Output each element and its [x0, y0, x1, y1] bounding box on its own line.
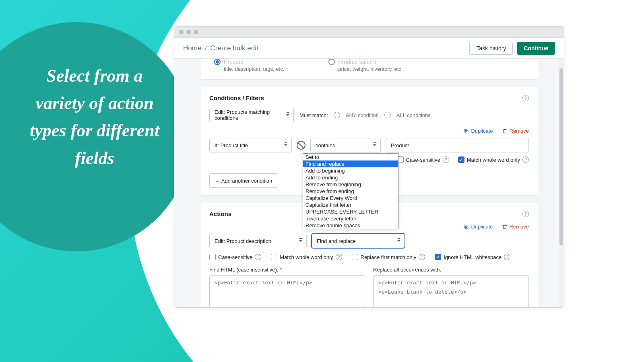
remove-condition-link[interactable]: Remove [502, 128, 529, 134]
help-icon[interactable]: ? [443, 156, 449, 163]
help-icon[interactable]: ? [419, 254, 425, 260]
page-header: Home / Create bulk edit Task history Con… [174, 38, 564, 59]
ignore-whitespace-checkbox[interactable] [435, 254, 441, 260]
action-field-value: Edit: Product description [215, 238, 271, 244]
scope-card: Product title, description, tags, etc. P… [200, 59, 538, 80]
radio-all[interactable] [384, 112, 391, 118]
action-type-option[interactable]: Remove from ending [303, 188, 398, 195]
duplicate-label: Duplicate [471, 224, 493, 230]
radio-variant-sub: price, weight, inventory, etc. [328, 66, 402, 72]
actions-card: Actions ? Duplicate Remove [200, 203, 538, 307]
action-case-sensitive-label: Case-sensitive [218, 254, 252, 260]
action-type-value: Find and replace [317, 238, 356, 244]
breadcrumb-separator: / [205, 44, 207, 52]
action-case-sensitive-checkbox[interactable] [209, 254, 216, 260]
duplicate-icon [463, 224, 469, 230]
action-type-option[interactable]: Capitalize Every Word [303, 195, 398, 202]
replace-first-checkbox[interactable] [352, 254, 358, 260]
remove-label: Remove [510, 224, 529, 230]
action-type-listbox[interactable]: Set toFind and replaceAdd to beginningAd… [303, 153, 398, 229]
duplicate-label: Duplicate [471, 128, 493, 134]
trash-icon [502, 128, 508, 134]
help-icon[interactable]: ? [336, 254, 342, 260]
scrollbar-track[interactable] [559, 59, 564, 307]
radio-product-sub: title, description, tags, etc. [214, 66, 284, 72]
breadcrumb-home[interactable]: Home [183, 44, 201, 52]
edit-scope-value: Edit: Products matching conditions [215, 109, 281, 121]
add-condition-button[interactable]: + Add another condition [209, 173, 278, 188]
conditions-title: Conditions / Filters [209, 95, 264, 101]
breadcrumb-current: Create bulk edit [211, 44, 258, 52]
window-titlebar [174, 27, 564, 38]
actions-title: Actions [209, 210, 231, 217]
remove-label: Remove [510, 128, 529, 134]
help-icon[interactable]: ? [522, 211, 529, 217]
window-dot [186, 30, 191, 34]
trash-icon [502, 224, 508, 230]
header-actions: Task history Continue [469, 42, 555, 55]
help-icon[interactable]: ? [504, 254, 510, 260]
help-icon[interactable]: ? [522, 95, 529, 101]
match-whole-checkbox[interactable] [458, 156, 464, 163]
radio-product-label: Product [224, 59, 243, 65]
continue-button[interactable]: Continue [517, 42, 555, 55]
not-icon[interactable] [297, 141, 305, 150]
match-whole-label: Match whole word only [467, 157, 520, 163]
duplicate-action-link[interactable]: Duplicate [463, 224, 493, 230]
radio-any[interactable] [334, 112, 340, 118]
scrollbar-thumb[interactable] [559, 68, 563, 245]
breadcrumb: Home / Create bulk edit [183, 44, 258, 52]
replace-first-label: Replace first match only [361, 254, 417, 260]
add-condition-label: Add another condition [221, 178, 272, 184]
action-type-option[interactable]: Capitalize first letter [303, 202, 398, 208]
help-icon[interactable]: ? [255, 254, 261, 260]
radio-product[interactable] [214, 59, 221, 65]
action-type-option[interactable]: Set to [303, 154, 398, 160]
app-window: Home / Create bulk edit Task history Con… [174, 26, 564, 308]
window-dot [194, 30, 198, 34]
action-type-option[interactable]: Find and replace [303, 160, 398, 167]
radio-variant[interactable] [328, 59, 335, 65]
must-match-label: Must match: [299, 112, 328, 118]
condition-field-select[interactable]: If: Product title [209, 138, 292, 152]
action-type-option[interactable]: Add to ending [303, 174, 398, 181]
duplicate-condition-link[interactable]: Duplicate [463, 128, 493, 134]
action-type-option[interactable]: Remove from beginning [303, 181, 398, 188]
radio-all-label: ALL conditions [396, 112, 431, 118]
content-area: Product title, description, tags, etc. P… [174, 59, 564, 307]
action-type-option[interactable]: Add to beginning [303, 167, 398, 174]
condition-value-input[interactable] [386, 138, 529, 152]
task-history-button[interactable]: Task history [469, 42, 513, 55]
condition-operator-value: contains [316, 142, 335, 148]
find-label: Find HTML (case insensitive): * [209, 267, 365, 273]
condition-field-value: If: Product title [215, 142, 248, 148]
remove-action-link[interactable]: Remove [502, 224, 529, 230]
action-type-option[interactable]: UPPERCASE EVERY LETTER [303, 208, 398, 215]
radio-variant-label: Product variant [338, 59, 376, 65]
plus-icon: + [215, 177, 219, 184]
action-match-whole-label: Match whole word only [280, 254, 333, 260]
action-match-whole-checkbox[interactable] [271, 254, 277, 260]
help-icon[interactable]: ? [522, 156, 529, 163]
action-field-select[interactable]: Edit: Product description [209, 234, 307, 248]
action-type-select[interactable]: Find and replace [312, 234, 405, 248]
replace-label: Replace all occurrences with: [373, 267, 529, 273]
ignore-whitespace-label: Ignore HTML whitespace [444, 254, 502, 260]
radio-any-label: ANY condition [346, 112, 379, 118]
marketing-headline: Select from a variety of action types fo… [20, 62, 169, 172]
duplicate-icon [463, 128, 469, 134]
window-dot [179, 30, 184, 34]
action-type-option[interactable]: lowercase every letter [303, 215, 398, 222]
edit-scope-select[interactable]: Edit: Products matching conditions [209, 108, 294, 122]
replace-html-textarea[interactable]: <p>Enter exact text or HTML</p> <p>Leave… [373, 275, 529, 307]
find-html-textarea[interactable]: <p>Enter exact text or HTML</p> [209, 275, 365, 307]
action-type-option[interactable]: Remove double spaces [303, 222, 398, 229]
case-sensitive-label: Case-sensitive [406, 157, 440, 163]
condition-operator-select[interactable]: contains [310, 138, 381, 152]
